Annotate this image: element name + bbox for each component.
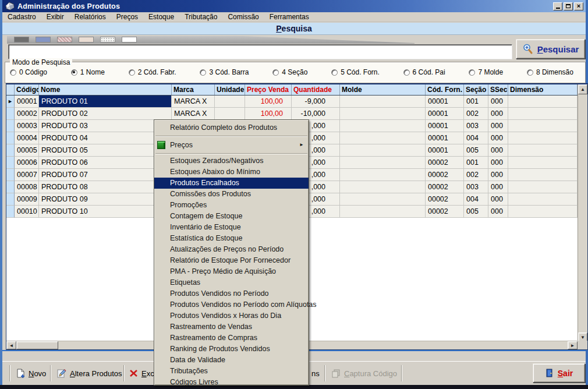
grid-cell-preco[interactable]: 100,00 (245, 108, 292, 120)
context-menu-item-6[interactable]: Produtos Encalhados (154, 178, 309, 189)
excluir-button[interactable]: Exc (129, 365, 154, 381)
novo-button[interactable]: Novo (16, 365, 46, 381)
search-mode-option-6[interactable]: 6 Cód. Pai (403, 68, 445, 76)
grid-cell-molde[interactable] (340, 157, 426, 169)
menubar-item-7[interactable]: Ferramentas (264, 12, 314, 22)
menubar-item-6[interactable]: Comissão (222, 12, 264, 22)
radio-icon[interactable] (403, 69, 410, 76)
context-menu-item-7[interactable]: Comissões dos Produtos (154, 189, 309, 200)
grid-cell-ssec[interactable]: 000 (488, 206, 508, 218)
grid-cell-preco[interactable]: 100,00 (245, 96, 292, 108)
row-indicator-cell[interactable] (6, 206, 15, 218)
grid-cell-codigo[interactable]: 00007 (15, 169, 39, 181)
context-menu-item-18[interactable]: Produtos Vendidos x Horas do Dia (154, 310, 309, 321)
grid-cell-codigo[interactable]: 00003 (15, 120, 39, 132)
grid-cell-ssec[interactable]: 000 (488, 157, 508, 169)
context-menu-item-24[interactable]: Códigos Livres (154, 377, 309, 388)
minimize-button[interactable] (553, 2, 562, 10)
scroll-right-button[interactable]: ► (568, 341, 578, 349)
row-indicator-cell[interactable] (6, 169, 15, 181)
menubar-item-3[interactable]: Preços (111, 12, 143, 22)
grid-cell-forn[interactable]: 00002 (426, 181, 464, 193)
grid-cell-nome[interactable]: PRODUTO 06 (39, 157, 172, 169)
grid-column-header-preco[interactable]: Preço Venda (245, 84, 292, 95)
grid-cell-forn[interactable]: 00002 (426, 206, 464, 218)
grid-column-header-secao[interactable]: Seção (464, 84, 488, 95)
grid-column-header-ssec[interactable]: SSec (488, 84, 508, 95)
grid-cell-secao[interactable]: 001 (464, 96, 488, 108)
menubar-item-1[interactable]: Exibir (41, 12, 69, 22)
grid-cell-codigo[interactable]: 00002 (15, 108, 39, 120)
grid-cell-forn[interactable]: 00001 (426, 120, 464, 132)
grid-cell-forn[interactable]: 00002 (426, 193, 464, 206)
grid-cell-dim[interactable] (508, 169, 578, 181)
context-menu-item-15[interactable]: Etiquetas (154, 277, 309, 288)
menubar-item-0[interactable]: Cadastro (2, 12, 41, 22)
grid-cell-molde[interactable] (340, 169, 426, 181)
context-menu-item-13[interactable]: Relatório de Estoque Por Fornecedor (154, 255, 309, 266)
radio-icon[interactable] (527, 69, 533, 76)
sair-button[interactable]: Sair (533, 363, 585, 383)
search-mode-option-4[interactable]: 4 Seção (272, 68, 307, 76)
grid-cell-ssec[interactable]: 000 (488, 169, 508, 181)
grid-cell-forn[interactable]: 00001 (426, 132, 464, 144)
grid-cell-secao[interactable]: 005 (464, 144, 488, 157)
grid-cell-secao[interactable]: 003 (464, 120, 488, 132)
context-menu-item-23[interactable]: Tributações (154, 366, 309, 377)
title-bar[interactable]: Administração dos Produtos × (2, 0, 586, 12)
grid-cell-qtd[interactable]: -10,000 (292, 108, 340, 120)
grid-cell-secao[interactable]: 002 (464, 108, 488, 120)
grid-cell-molde[interactable] (340, 96, 426, 108)
grid-cell-dim[interactable] (508, 193, 578, 206)
context-menu-item-16[interactable]: Produtos Vendidos no Período (154, 288, 309, 299)
row-indicator-cell[interactable] (6, 132, 15, 144)
grid-cell-forn[interactable]: 00001 (426, 108, 464, 120)
grid-cell-dim[interactable] (508, 157, 578, 169)
search-mode-option-8[interactable]: 8 Dimensão (527, 68, 573, 76)
context-menu-item-17[interactable]: Produtos Vendidos no Período com Alíquot… (154, 299, 309, 310)
grid-cell-nome[interactable]: PRODUTO 05 (39, 144, 172, 157)
grid-cell-codigo[interactable]: 00010 (15, 206, 39, 218)
row-indicator-cell[interactable] (6, 120, 15, 132)
grid-cell-ssec[interactable]: 000 (488, 132, 508, 144)
grid-cell-forn[interactable]: 00002 (426, 169, 464, 181)
altera-produtos-button[interactable]: Altera Produtos (57, 365, 122, 381)
row-indicator-cell[interactable]: ► (6, 96, 15, 108)
search-mode-option-7[interactable]: 7 Molde (469, 68, 503, 76)
horizontal-scroll-thumb[interactable] (16, 341, 58, 349)
grid-cell-dim[interactable] (508, 206, 578, 218)
grid-cell-nome[interactable]: PRODUTO 04 (39, 132, 172, 144)
grid-cell-codigo[interactable]: 00009 (15, 193, 39, 206)
grid-cell-marca[interactable]: MARCA X (172, 96, 215, 108)
row-indicator-cell[interactable] (6, 157, 15, 169)
radio-icon[interactable] (272, 69, 279, 76)
partially-hidden-button-label[interactable]: ns (311, 365, 320, 381)
context-menu-item-9[interactable]: Contagem de Estoque (154, 211, 309, 222)
context-menu-item-14[interactable]: PMA - Preço Médio de Aquisição (154, 266, 309, 277)
grid-cell-nome[interactable]: PRODUTO 02 (39, 108, 172, 120)
grid-cell-molde[interactable] (340, 108, 426, 120)
grid-cell-nome[interactable]: PRODUTO 01 (39, 96, 172, 108)
search-mode-option-5[interactable]: 5 Cód. Forn. (331, 68, 380, 76)
grid-cell-codigo[interactable]: 00001 (15, 96, 39, 108)
search-input[interactable] (8, 44, 512, 59)
grid-cell-forn[interactable]: 00002 (426, 157, 464, 169)
grid-column-header-forn[interactable]: Cód. Forn. (426, 84, 464, 95)
search-mode-option-0[interactable]: 0 Código (10, 68, 47, 76)
grid-column-header-qtd[interactable]: Quantidade (292, 84, 340, 95)
radio-selected-icon[interactable] (71, 69, 77, 76)
search-mode-option-3[interactable]: 3 Cód. Barra (200, 68, 249, 76)
grid-cell-unidade[interactable] (215, 96, 245, 108)
radio-icon[interactable] (200, 69, 206, 76)
menubar-item-4[interactable]: Estoque (143, 12, 179, 22)
menubar-item-5[interactable]: Tributação (179, 12, 222, 22)
grid-cell-secao[interactable]: 005 (464, 206, 488, 218)
radio-icon[interactable] (469, 69, 475, 76)
context-menu-item-20[interactable]: Rastreamento de Compras (154, 333, 309, 344)
grid-cell-codigo[interactable]: 00005 (15, 144, 39, 157)
grid-column-header-marca[interactable]: Marca (172, 84, 215, 95)
close-button[interactable]: × (574, 2, 583, 10)
grid-column-header-dim[interactable]: Dimensão (508, 84, 578, 95)
scroll-left-button[interactable]: ◄ (6, 341, 16, 349)
context-menu-item-4[interactable]: Estoques Zerados/Negativos (154, 155, 309, 167)
